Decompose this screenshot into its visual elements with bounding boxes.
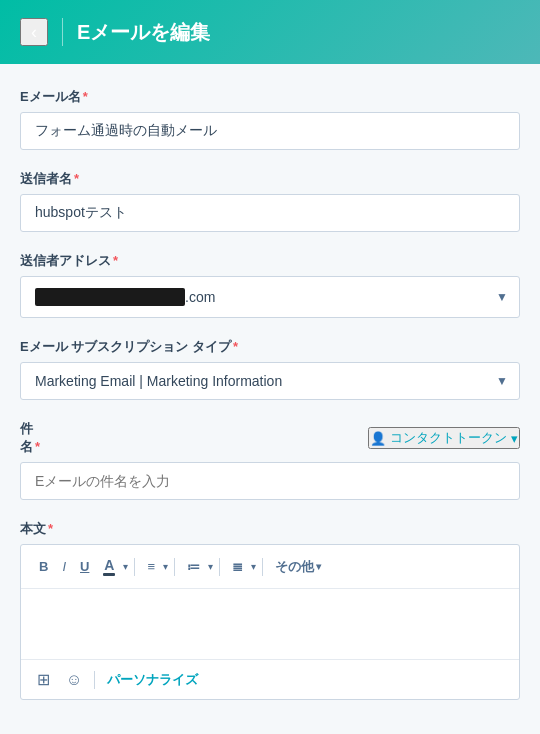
- list-ordered-chevron-icon[interactable]: ▾: [251, 561, 256, 572]
- page-header: ‹ Eメールを編集: [0, 0, 540, 64]
- more-button[interactable]: その他 ▾: [269, 554, 327, 580]
- back-icon: ‹: [31, 22, 37, 43]
- subscription-type-label: Eメール サブスクリプション タイプ*: [20, 338, 520, 356]
- subscription-type-select[interactable]: Marketing Email | Marketing Information: [20, 362, 520, 400]
- contact-icon: 👤: [370, 431, 386, 446]
- form-body: Eメール名* 送信者名* 送信者アドレス* .com ▼ Eメール サブスクリプ…: [0, 64, 540, 734]
- italic-button[interactable]: I: [56, 555, 72, 578]
- editor-bottom-toolbar: ⊞ ☺ パーソナライズ: [21, 659, 519, 699]
- emoji-button[interactable]: ☺: [62, 669, 86, 691]
- subject-input[interactable]: [20, 462, 520, 500]
- subject-row: 件 名* 👤 コンタクトトークン ▾: [20, 420, 520, 456]
- editor-content[interactable]: [21, 589, 519, 659]
- back-button[interactable]: ‹: [20, 18, 48, 46]
- body-label: 本文*: [20, 520, 520, 538]
- align-button[interactable]: ≡: [141, 555, 161, 578]
- body-editor[interactable]: B I U A ▾ ≡ ▾ ≔ ▾ ≣ ▾ その他: [20, 544, 520, 700]
- toolbar-separator-1: [134, 558, 135, 576]
- subscription-type-group: Eメール サブスクリプション タイプ* Marketing Email | Ma…: [20, 338, 520, 400]
- toolbar-separator-4: [262, 558, 263, 576]
- contact-token-chevron-icon: ▾: [511, 431, 518, 446]
- redacted-email: [35, 288, 185, 306]
- more-chevron-icon: ▾: [316, 561, 321, 572]
- subscription-type-wrapper[interactable]: Marketing Email | Marketing Information …: [20, 362, 520, 400]
- editor-bottom-divider: [94, 671, 95, 689]
- sender-address-group: 送信者アドレス* .com ▼: [20, 252, 520, 318]
- align-chevron-icon[interactable]: ▾: [163, 561, 168, 572]
- sender-name-label: 送信者名*: [20, 170, 520, 188]
- sender-address-domain: .com: [185, 289, 215, 305]
- sender-address-label: 送信者アドレス*: [20, 252, 520, 270]
- font-color-indicator: [103, 573, 115, 576]
- contact-token-label: コンタクトトークン: [390, 429, 507, 447]
- font-color-a-icon: A: [104, 558, 114, 572]
- list-ordered-button[interactable]: ≣: [226, 555, 249, 578]
- sender-address-display[interactable]: .com: [20, 276, 520, 318]
- subject-group: 件 名* 👤 コンタクトトークン ▾: [20, 420, 520, 500]
- sender-address-wrapper[interactable]: .com ▼: [20, 276, 520, 318]
- email-name-label: Eメール名*: [20, 88, 520, 106]
- body-group: 本文* B I U A ▾ ≡ ▾ ≔ ▾ ≣ ▾: [20, 520, 520, 700]
- contact-token-button[interactable]: 👤 コンタクトトークン ▾: [368, 427, 520, 449]
- underline-button[interactable]: U: [74, 555, 95, 578]
- list-unordered-button[interactable]: ≔: [181, 555, 206, 578]
- sender-name-input[interactable]: [20, 194, 520, 232]
- editor-toolbar: B I U A ▾ ≡ ▾ ≔ ▾ ≣ ▾ その他: [21, 545, 519, 589]
- font-color-button[interactable]: A: [97, 554, 121, 580]
- email-name-input[interactable]: [20, 112, 520, 150]
- toolbar-separator-3: [219, 558, 220, 576]
- personalize-button[interactable]: パーソナライズ: [103, 669, 202, 691]
- color-chevron-icon[interactable]: ▾: [123, 561, 128, 572]
- bold-button[interactable]: B: [33, 555, 54, 578]
- more-label: その他: [275, 558, 314, 576]
- attachment-button[interactable]: ⊞: [33, 668, 54, 691]
- header-divider: [62, 18, 63, 46]
- page-title: Eメールを編集: [77, 19, 210, 46]
- subject-label: 件 名*: [20, 420, 40, 456]
- toolbar-separator-2: [174, 558, 175, 576]
- sender-name-group: 送信者名*: [20, 170, 520, 232]
- email-name-group: Eメール名*: [20, 88, 520, 150]
- subject-label-group: 件 名*: [20, 420, 40, 456]
- list-unordered-chevron-icon[interactable]: ▾: [208, 561, 213, 572]
